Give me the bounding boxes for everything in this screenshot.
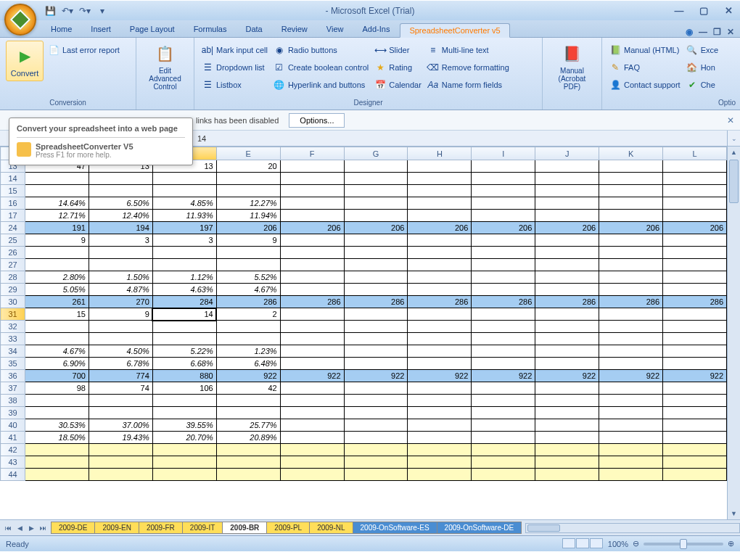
sheet-tab-2009-NL[interactable]: 2009-NL — [309, 522, 353, 534]
cell-F34[interactable] — [280, 345, 344, 358]
cell-D33[interactable] — [152, 333, 216, 345]
sheet-tab-2009-IT[interactable]: 2009-IT — [182, 522, 223, 534]
row-header-44[interactable]: 44 — [1, 469, 25, 481]
sheet-tab-2009-PL[interactable]: 2009-PL — [266, 522, 310, 534]
cell-J40[interactable] — [535, 419, 599, 432]
cell-H28[interactable] — [408, 271, 472, 284]
cell-C41[interactable]: 19.43% — [89, 432, 152, 444]
cell-J39[interactable] — [535, 407, 599, 419]
cell-G28[interactable] — [344, 271, 408, 284]
cell-I30[interactable]: 286 — [472, 296, 535, 308]
cell-I27[interactable] — [472, 259, 535, 271]
cell-G29[interactable] — [344, 284, 408, 296]
cell-K15[interactable] — [599, 185, 663, 197]
cell-I17[interactable] — [472, 210, 535, 222]
cell-I44[interactable] — [472, 469, 535, 481]
cell-B36[interactable]: 700 — [25, 370, 89, 382]
cell-K25[interactable] — [599, 234, 663, 247]
cell-F29[interactable] — [280, 284, 344, 296]
exce-button[interactable]: 🔍Exce — [685, 44, 720, 57]
row-header-17[interactable]: 17 — [1, 210, 25, 222]
maximize-button[interactable]: ▢ — [696, 5, 711, 16]
sheet-tab-2009-DE[interactable]: 2009-DE — [51, 522, 95, 534]
cell-F28[interactable] — [280, 271, 344, 284]
cell-D44[interactable] — [152, 469, 216, 481]
col-header-F[interactable]: F — [280, 147, 344, 160]
cell-K37[interactable] — [599, 382, 663, 395]
sheet-prev-button[interactable]: ◀ — [15, 523, 25, 533]
col-header-I[interactable]: I — [472, 147, 535, 160]
cell-J15[interactable] — [535, 185, 599, 197]
row-header-27[interactable]: 27 — [1, 259, 25, 271]
cell-C39[interactable] — [89, 407, 152, 419]
cell-F38[interactable] — [280, 395, 344, 407]
cell-E35[interactable]: 6.48% — [216, 358, 280, 370]
security-close-button[interactable]: ✕ — [727, 115, 734, 125]
cell-G30[interactable]: 286 — [344, 296, 408, 308]
cell-H39[interactable] — [408, 407, 472, 419]
cell-D25[interactable]: 3 — [152, 234, 216, 247]
cell-E33[interactable] — [216, 333, 280, 345]
cell-I35[interactable] — [472, 358, 535, 370]
cell-B32[interactable] — [25, 321, 89, 333]
cell-L33[interactable] — [663, 333, 727, 345]
cell-C24[interactable]: 194 — [89, 222, 152, 234]
ribbon-tab-insert[interactable]: Insert — [82, 22, 120, 37]
cell-G44[interactable] — [344, 469, 408, 481]
cell-H14[interactable] — [408, 173, 472, 185]
cell-F43[interactable] — [280, 456, 344, 469]
sheet-tab-2009-OnSoftware-ES[interactable]: 2009-OnSoftware-ES — [353, 522, 437, 534]
cell-F35[interactable] — [280, 358, 344, 370]
cell-H44[interactable] — [408, 469, 472, 481]
cell-C30[interactable]: 270 — [89, 296, 152, 308]
vertical-scrollbar[interactable]: ▲ ▼ — [727, 147, 740, 519]
cell-F44[interactable] — [280, 469, 344, 481]
cell-J13[interactable] — [535, 160, 599, 173]
cell-H15[interactable] — [408, 185, 472, 197]
horizontal-scrollbar[interactable] — [525, 523, 740, 533]
row-header-25[interactable]: 25 — [1, 234, 25, 247]
cell-D38[interactable] — [152, 395, 216, 407]
remove-formatting-button[interactable]: ⌫Remove formatting — [426, 61, 511, 74]
cell-H43[interactable] — [408, 456, 472, 469]
save-icon[interactable]: 💾 — [44, 4, 57, 17]
cell-E44[interactable] — [216, 469, 280, 481]
cell-F30[interactable]: 286 — [280, 296, 344, 308]
cell-K40[interactable] — [599, 419, 663, 432]
cell-F25[interactable] — [280, 234, 344, 247]
calendar-button[interactable]: 📅Calendar — [373, 78, 423, 91]
cell-C34[interactable]: 4.50% — [89, 345, 152, 358]
cell-J30[interactable]: 286 — [535, 296, 599, 308]
cell-B44[interactable] — [25, 469, 89, 481]
cell-I31[interactable] — [472, 308, 535, 321]
manual-pdf-button[interactable]: 📕 Manual (Acrobat PDF) — [548, 41, 596, 92]
cell-G35[interactable] — [344, 358, 408, 370]
col-header-J[interactable]: J — [535, 147, 599, 160]
cell-E39[interactable] — [216, 407, 280, 419]
row-header-37[interactable]: 37 — [1, 382, 25, 395]
dropdown-list-button[interactable]: ☰Dropdown list — [200, 61, 269, 74]
cell-H30[interactable]: 286 — [408, 296, 472, 308]
cell-L40[interactable] — [663, 419, 727, 432]
cell-B42[interactable] — [25, 444, 89, 456]
name-form-fields-button[interactable]: AaName form fields — [426, 78, 511, 91]
row-header-35[interactable]: 35 — [1, 358, 25, 370]
cell-B26[interactable] — [25, 247, 89, 259]
cell-I40[interactable] — [472, 419, 535, 432]
zoom-in-button[interactable]: ⊕ — [728, 539, 734, 548]
cell-K28[interactable] — [599, 271, 663, 284]
cell-L14[interactable] — [663, 173, 727, 185]
cell-C16[interactable]: 6.50% — [89, 197, 152, 210]
cell-L36[interactable]: 922 — [663, 370, 727, 382]
cell-I43[interactable] — [472, 456, 535, 469]
cell-L28[interactable] — [663, 271, 727, 284]
manual-html-button[interactable]: 📗Manual (HTML) — [608, 44, 682, 57]
row-header-24[interactable]: 24 — [1, 222, 25, 234]
cell-I42[interactable] — [472, 444, 535, 456]
cell-I28[interactable] — [472, 271, 535, 284]
cell-J44[interactable] — [535, 469, 599, 481]
formula-expand-button[interactable]: ⌄ — [727, 131, 740, 146]
cell-E30[interactable]: 286 — [216, 296, 280, 308]
cell-G41[interactable] — [344, 432, 408, 444]
cell-G32[interactable] — [344, 321, 408, 333]
